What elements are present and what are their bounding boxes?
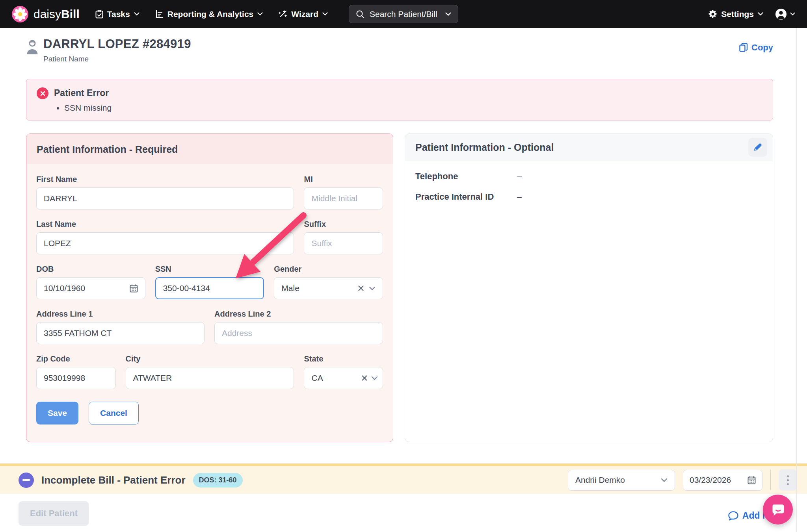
chat-widget-button[interactable] xyxy=(763,495,793,525)
bill-bar-title: Incomplete Bill - Patient Error xyxy=(41,474,186,486)
nav-reporting-analytics[interactable]: Reporting & Analytics xyxy=(155,9,263,19)
dos-badge: DOS: 31-60 xyxy=(193,473,243,488)
copy-icon xyxy=(739,43,748,52)
practice-internal-id-label: Practice Internal ID xyxy=(415,192,517,202)
copy-button[interactable]: Copy xyxy=(739,43,773,53)
gear-icon xyxy=(708,10,717,19)
address2-label: Address Line 2 xyxy=(214,310,383,319)
address-line-1-input[interactable]: 3355 FATHOM CT xyxy=(36,322,205,344)
patient-icon xyxy=(26,39,39,57)
patient-info-optional-panel: Patient Information - Optional Telephone… xyxy=(405,133,773,442)
more-options-button[interactable] xyxy=(779,469,797,491)
divider xyxy=(770,470,771,490)
nav-settings[interactable]: Settings xyxy=(708,9,763,19)
required-panel-title: Patient Information - Required xyxy=(26,134,393,164)
chevron-down-icon xyxy=(257,12,263,16)
nav-settings-label: Settings xyxy=(721,9,754,19)
calendar-icon[interactable] xyxy=(130,284,138,293)
clear-x-icon[interactable] xyxy=(358,285,364,291)
nav-tasks-label: Tasks xyxy=(107,9,130,19)
telephone-label: Telephone xyxy=(415,171,517,182)
alert-item: SSN missing xyxy=(64,103,112,113)
gender-select[interactable]: Male xyxy=(274,277,383,299)
daisy-flower-icon xyxy=(12,6,28,22)
user-avatar-icon xyxy=(775,8,787,20)
chevron-down-icon xyxy=(322,12,328,16)
nav-wizard-label: Wizard xyxy=(291,9,318,19)
bill-footer: Edit Patient Add Note xyxy=(0,494,807,532)
top-navbar: daisyBill Tasks Reporting & Analytics Wi… xyxy=(0,0,807,28)
nav-reporting-label: Reporting & Analytics xyxy=(167,9,254,19)
city-input[interactable]: ATWATER xyxy=(126,367,294,389)
daisybill-logo[interactable]: daisyBill xyxy=(12,6,80,22)
bill-date-value: 03/23/2026 xyxy=(690,475,744,485)
practice-internal-id-value: – xyxy=(517,192,522,202)
chat-bubble-icon xyxy=(728,511,738,521)
chat-widget-icon xyxy=(770,502,785,517)
incomplete-bill-bar: Incomplete Bill - Patient Error DOS: 31-… xyxy=(0,463,807,494)
dob-input[interactable]: 10/10/1960 xyxy=(36,277,145,299)
status-minus-icon xyxy=(19,473,34,488)
pencil-icon xyxy=(753,143,762,152)
bill-date-input[interactable]: 03/23/2026 xyxy=(683,470,762,491)
assignee-select[interactable]: Andrii Demko xyxy=(568,470,675,491)
mi-label: MI xyxy=(304,175,383,184)
patient-info-required-panel: Patient Information - Required First Nam… xyxy=(26,133,393,442)
suffix-label: Suffix xyxy=(304,220,383,229)
patient-header: DARRYL LOPEZ #284919 Patient Name Copy xyxy=(26,37,773,63)
wand-icon xyxy=(279,10,287,19)
telephone-value: – xyxy=(517,171,522,182)
optional-row-practice-id: Practice Internal ID – xyxy=(405,192,773,202)
search-patient-bill[interactable]: Search Patient/Bill xyxy=(349,5,458,23)
ssn-label: SSN xyxy=(155,265,264,274)
zip-label: Zip Code xyxy=(36,354,116,363)
city-label: City xyxy=(126,354,294,363)
chevron-down-icon[interactable] xyxy=(369,286,376,291)
suffix-input[interactable]: Suffix xyxy=(304,232,383,254)
dob-label: DOB xyxy=(36,265,145,274)
page-subtitle: Patient Name xyxy=(43,55,191,63)
first-name-input[interactable]: DARRYL xyxy=(36,187,294,209)
scrollbar-track[interactable] xyxy=(796,28,797,532)
last-name-label: Last Name xyxy=(36,220,294,229)
clipboard-icon xyxy=(95,10,103,19)
address1-label: Address Line 1 xyxy=(36,310,205,319)
middle-initial-input[interactable]: Middle Initial xyxy=(304,187,383,209)
clear-x-icon[interactable] xyxy=(361,375,368,381)
page-title: DARRYL LOPEZ #284919 xyxy=(43,37,191,51)
copy-label: Copy xyxy=(751,43,773,53)
chevron-down-icon[interactable] xyxy=(371,376,378,380)
search-icon xyxy=(356,10,364,19)
optional-panel-title: Patient Information - Optional xyxy=(415,142,554,153)
nav-tasks[interactable]: Tasks xyxy=(95,9,139,19)
state-label: State xyxy=(304,354,383,363)
optional-row-telephone: Telephone – xyxy=(405,171,773,182)
address-line-2-input[interactable]: Address xyxy=(214,322,383,344)
chevron-down-icon xyxy=(790,12,795,16)
zip-code-input[interactable]: 953019998 xyxy=(36,367,116,389)
chevron-down-icon xyxy=(661,478,668,482)
alert-title: Patient Error xyxy=(54,88,112,98)
assignee-value: Andrii Demko xyxy=(575,475,661,485)
calendar-icon[interactable] xyxy=(747,476,756,484)
first-name-label: First Name xyxy=(36,175,294,184)
edit-patient-button[interactable]: Edit Patient xyxy=(19,501,89,526)
nav-wizard[interactable]: Wizard xyxy=(279,9,328,19)
error-x-icon xyxy=(37,87,48,99)
brand-text: daisyBill xyxy=(33,7,80,21)
chevron-down-icon xyxy=(134,12,139,16)
user-menu[interactable] xyxy=(775,8,795,20)
state-select[interactable]: CA xyxy=(304,367,383,389)
ssn-input[interactable]: 350-00-4134 xyxy=(155,277,264,299)
cancel-button[interactable]: Cancel xyxy=(89,402,139,424)
alert-list: SSN missing xyxy=(64,103,112,113)
search-placeholder: Search Patient/Bill xyxy=(370,9,440,19)
save-button[interactable]: Save xyxy=(36,402,78,424)
gender-label: Gender xyxy=(274,265,383,274)
chevron-down-icon xyxy=(445,12,451,16)
edit-optional-button[interactable] xyxy=(748,138,767,157)
chart-icon xyxy=(155,10,164,18)
last-name-input[interactable]: LOPEZ xyxy=(36,232,294,254)
patient-error-alert: Patient Error SSN missing xyxy=(26,79,773,120)
chevron-down-icon xyxy=(758,12,763,16)
